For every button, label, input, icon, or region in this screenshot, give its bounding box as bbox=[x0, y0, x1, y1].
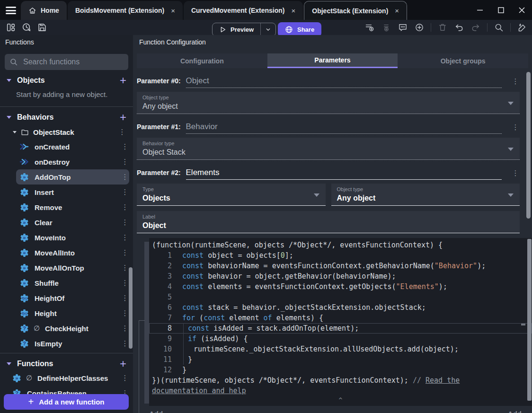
tab-curvedmovement-extension[interactable]: CurvedMovement (Extension)× bbox=[184, 1, 303, 20]
field-object-type[interactable]: Object type Any object bbox=[137, 92, 520, 114]
parameter-label: Parameter #1: bbox=[137, 123, 183, 134]
kebab-menu-icon[interactable]: ⋮ bbox=[511, 77, 520, 88]
kebab-menu-icon[interactable]: ⋮ bbox=[121, 188, 129, 196]
kebab-menu-icon[interactable]: ⋮ bbox=[118, 128, 126, 136]
function-item-moveallinto[interactable]: » MoveAllInto⋮ bbox=[16, 245, 129, 260]
kebab-menu-icon[interactable]: ⋮ bbox=[121, 218, 129, 227]
tab-home[interactable]: Home bbox=[21, 1, 67, 20]
add-icon[interactable]: + bbox=[117, 113, 129, 122]
field-type[interactable]: Type Objects bbox=[137, 184, 326, 206]
kebab-menu-icon[interactable]: ⋮ bbox=[121, 173, 129, 181]
close-tab-icon[interactable]: × bbox=[292, 7, 296, 15]
function-item-shuffle[interactable]: » Shuffle⋮ bbox=[16, 275, 129, 290]
function-item-remove[interactable]: » Remove⋮ bbox=[16, 200, 129, 215]
close-tab-icon[interactable]: × bbox=[395, 7, 399, 15]
kebab-menu-icon[interactable]: ⋮ bbox=[121, 279, 129, 287]
section-header-functions[interactable]: Functions + bbox=[0, 357, 133, 370]
field-object-type[interactable]: Object type Any object bbox=[331, 184, 520, 206]
panel-scrollbar-thumb[interactable] bbox=[526, 72, 531, 219]
parameter-name-input[interactable]: Elements bbox=[186, 168, 502, 180]
kebab-menu-icon[interactable]: ⋮ bbox=[121, 158, 129, 166]
redo-icon[interactable] bbox=[470, 22, 481, 33]
collapse-code-icon[interactable]: ^ bbox=[339, 395, 343, 405]
editor-scrollbar-thumb[interactable] bbox=[527, 239, 532, 401]
function-item-isempty[interactable]: ? IsEmpty⋮ bbox=[16, 336, 129, 351]
function-item-clear[interactable]: » Clear⋮ bbox=[16, 215, 129, 230]
add-event-icon[interactable] bbox=[364, 22, 375, 33]
function-item-moveinto[interactable]: » MoveInto⋮ bbox=[16, 230, 129, 245]
history-icon[interactable] bbox=[21, 22, 32, 33]
layout-icon[interactable] bbox=[6, 22, 16, 33]
code-token: "Elements" bbox=[396, 282, 439, 291]
preview-button[interactable]: Preview bbox=[212, 23, 276, 36]
kebab-menu-icon[interactable]: ⋮ bbox=[121, 264, 129, 272]
function-item-heightof[interactable]: f(x) HeightOf⋮ bbox=[16, 290, 129, 306]
kebab-menu-icon[interactable]: ⋮ bbox=[121, 374, 129, 382]
kebab-menu-icon[interactable]: ⋮ bbox=[121, 248, 129, 257]
functions-tree: Objects +Start by adding a new object. B… bbox=[0, 70, 133, 413]
documentation-link[interactable]: documentation and help bbox=[152, 387, 246, 395]
function-item-definehelperclasses[interactable]: » ∅ DefineHelperClasses⋮ bbox=[9, 370, 129, 386]
menu-icon[interactable] bbox=[6, 7, 16, 14]
edit-extension-icon[interactable] bbox=[517, 22, 527, 33]
add-icon[interactable]: + bbox=[117, 359, 129, 369]
close-window-button[interactable] bbox=[511, 0, 532, 20]
svg-text:?: ? bbox=[23, 325, 26, 331]
minimize-button[interactable] bbox=[470, 0, 490, 20]
search-box[interactable] bbox=[5, 54, 128, 70]
parameter-name-input[interactable]: Behavior bbox=[186, 122, 502, 134]
save-icon[interactable] bbox=[37, 22, 47, 33]
function-item-moveallontop[interactable]: » MoveAllOnTop⋮ bbox=[16, 260, 129, 275]
kebab-menu-icon[interactable]: ⋮ bbox=[121, 324, 129, 333]
function-item-insert[interactable]: » Insert⋮ bbox=[16, 185, 129, 200]
kebab-menu-icon[interactable]: ⋮ bbox=[121, 203, 129, 211]
tab-configuration[interactable]: Configuration bbox=[137, 53, 267, 68]
add-comment-icon[interactable] bbox=[398, 22, 408, 33]
section-header-behaviors[interactable]: Behaviors + bbox=[0, 111, 133, 124]
kebab-menu-icon[interactable]: ⋮ bbox=[121, 294, 129, 302]
kebab-menu-icon[interactable]: ⋮ bbox=[121, 142, 129, 151]
function-item-ondestroy[interactable]: onDestroy⋮ bbox=[16, 154, 129, 169]
add-icon[interactable]: + bbox=[117, 76, 129, 85]
clipped-add-button-left[interactable]: Add bbox=[149, 410, 163, 413]
sidebar-scrollbar-thumb[interactable] bbox=[129, 267, 133, 349]
function-item-addontop[interactable]: » AddOnTop⋮ bbox=[16, 169, 129, 185]
undo-icon[interactable] bbox=[454, 22, 464, 33]
expression-icon: f(x) bbox=[19, 308, 29, 318]
functions-sidebar: Functions Objects +Start by adding a new… bbox=[0, 35, 133, 413]
svg-text:»: » bbox=[23, 174, 26, 180]
field-label[interactable]: Label Object bbox=[137, 211, 520, 233]
maximize-button[interactable] bbox=[490, 0, 511, 20]
section-header-objects[interactable]: Objects + bbox=[0, 74, 133, 87]
tab-parameters[interactable]: Parameters bbox=[267, 53, 398, 68]
search-icon[interactable] bbox=[494, 22, 504, 33]
main-toolbar: Preview Share bbox=[0, 20, 532, 35]
parameter-name-input[interactable]: Object bbox=[186, 76, 502, 88]
code-editor[interactable]: (function(runtimeScene, objects /*Object… bbox=[149, 238, 532, 406]
function-item-height[interactable]: f(x) Height⋮ bbox=[16, 306, 129, 321]
kebab-menu-icon[interactable]: ⋮ bbox=[121, 309, 129, 317]
kebab-menu-icon[interactable]: ⋮ bbox=[511, 123, 520, 134]
add-circle-icon[interactable] bbox=[414, 22, 425, 33]
preview-options-chevron-icon[interactable] bbox=[261, 26, 275, 33]
trash-icon[interactable] bbox=[437, 22, 448, 33]
kebab-menu-icon[interactable]: ⋮ bbox=[511, 169, 520, 180]
event-drag-handle[interactable] bbox=[144, 242, 149, 404]
tab-objectstack-extension[interactable]: ObjectStack (Extension)× bbox=[304, 1, 407, 20]
clipped-add-button-right[interactable]: Add bbox=[508, 410, 522, 413]
function-name: AddOnTop bbox=[35, 173, 121, 181]
behavior-group-objectstack[interactable]: ObjectStack⋮ bbox=[0, 125, 133, 139]
tab-object-groups[interactable]: Object groups bbox=[398, 53, 528, 68]
kebab-menu-icon[interactable]: ⋮ bbox=[121, 339, 129, 348]
tab-boidsmovement-extension[interactable]: BoidsMovement (Extension)× bbox=[68, 1, 183, 20]
kebab-menu-icon[interactable]: ⋮ bbox=[121, 233, 129, 242]
function-item-oncreated[interactable]: onCreated⋮ bbox=[16, 139, 129, 154]
add-subevent-icon[interactable] bbox=[381, 22, 391, 33]
function-item-checkheight[interactable]: ? ∅ CheckHeight⋮ bbox=[16, 321, 129, 336]
field-behavior-type[interactable]: Behavior type Object Stack bbox=[137, 138, 520, 160]
svg-text:f(x): f(x) bbox=[22, 311, 27, 315]
documentation-link[interactable]: Read the bbox=[426, 376, 460, 385]
close-tab-icon[interactable]: × bbox=[171, 7, 175, 15]
search-input[interactable] bbox=[22, 57, 124, 67]
add-function-button[interactable]: + Add a new function bbox=[4, 394, 129, 410]
